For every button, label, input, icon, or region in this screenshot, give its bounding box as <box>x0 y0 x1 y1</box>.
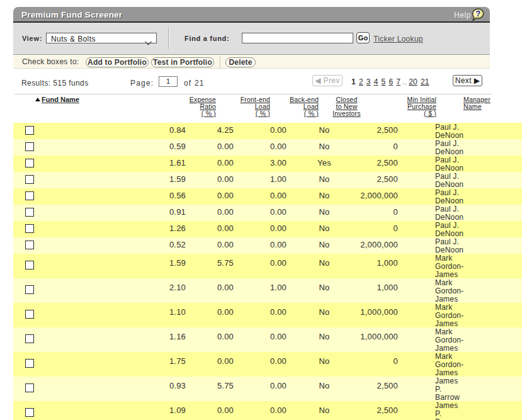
svg-text:?: ? <box>475 9 480 18</box>
